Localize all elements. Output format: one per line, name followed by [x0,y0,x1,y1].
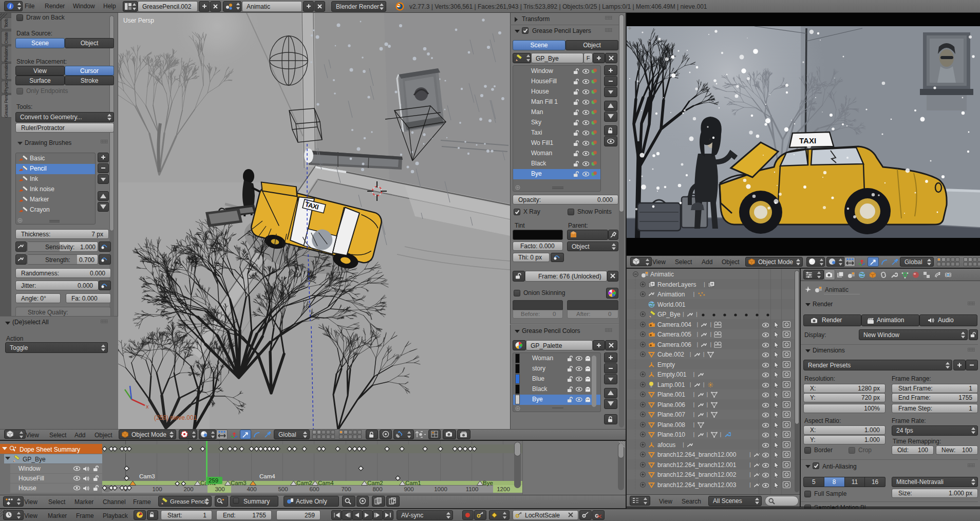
svg-text:TAXI: TAXI [799,136,816,145]
svg-text:i: i [10,4,11,9]
svg-text:x: x [146,403,149,410]
svg-text:User Persp: User Persp [123,17,154,24]
svg-text:(259) nieve.001: (259) nieve.001 [154,414,197,421]
